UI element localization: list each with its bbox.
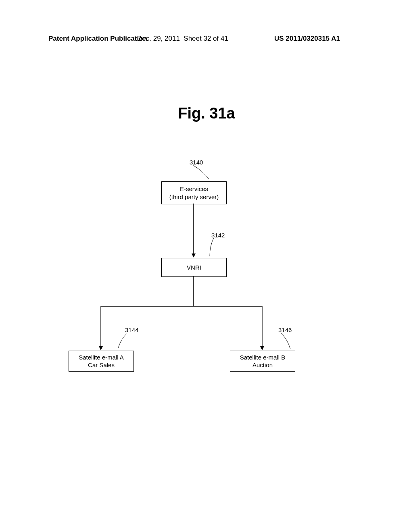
ref-label-eservices: 3140: [190, 159, 203, 166]
box-e-services-line1: E-services: [180, 185, 208, 193]
box-e-services: E-services (third party server): [161, 181, 227, 204]
header-publication: Patent Application Publication: [48, 35, 147, 43]
ref-label-mall-a: 3144: [125, 326, 138, 333]
box-vnri: VNRI: [161, 258, 227, 277]
box-mall-b-line1: Satellite e-mall B: [240, 353, 286, 362]
figure-title: Fig. 31a: [0, 105, 413, 122]
box-mall-b-line2: Auction: [252, 361, 273, 369]
box-satellite-mall-b: Satellite e-mall B Auction: [230, 351, 295, 372]
box-vnri-label: VNRI: [187, 264, 201, 272]
box-mall-a-line1: Satellite e-mall A: [79, 353, 124, 362]
box-mall-a-line2: Car Sales: [88, 361, 115, 369]
ref-label-vnri: 3142: [211, 232, 225, 239]
box-e-services-line2: (third party server): [169, 193, 219, 201]
ref-label-mall-b: 3146: [278, 326, 292, 333]
box-satellite-mall-a: Satellite e-mall A Car Sales: [69, 351, 134, 372]
header-pub-number: US 2011/0320315 A1: [274, 35, 340, 43]
header-date-sheet: Dec. 29, 2011 Sheet 32 of 41: [137, 35, 228, 43]
